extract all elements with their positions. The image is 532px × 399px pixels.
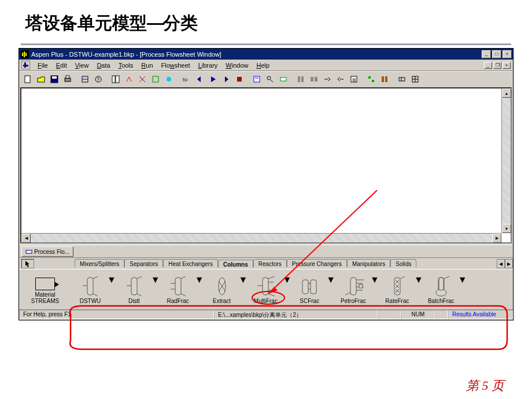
model-radfrac-icon: [161, 275, 195, 298]
new-button[interactable]: [21, 73, 34, 85]
palette-tab-pressure-changers[interactable]: Pressure Changers: [287, 259, 347, 267]
menu-tools[interactable]: Tools: [114, 61, 138, 70]
scroll-up-button[interactable]: ▲: [502, 88, 511, 98]
model-multifrac-dropdown[interactable]: ▼: [282, 275, 291, 285]
model-extract-dropdown[interactable]: ▼: [239, 275, 248, 285]
tool-18[interactable]: [264, 73, 276, 85]
model-scfrac[interactable]: SCFrac: [293, 275, 326, 304]
model-petrofrac-dropdown[interactable]: ▼: [370, 275, 379, 285]
pointer-tool[interactable]: [21, 259, 34, 268]
browser-button[interactable]: [109, 73, 122, 85]
tool-21[interactable]: [308, 73, 320, 85]
run-button[interactable]: [206, 73, 219, 85]
tool-26[interactable]: [378, 73, 391, 85]
flowsheet-canvas[interactable]: [20, 87, 512, 243]
palette-nav-left[interactable]: ◀: [497, 259, 505, 268]
menu-flowsheet[interactable]: Flowsheet: [157, 61, 194, 70]
status-empty: [378, 310, 401, 319]
tool-8[interactable]: [123, 73, 135, 85]
horizontal-scrollbar[interactable]: ◀ ▶: [21, 233, 501, 242]
menu-edit[interactable]: Edit: [52, 61, 71, 70]
close-button[interactable]: ×: [503, 50, 512, 58]
tool-27[interactable]: [396, 73, 408, 85]
menu-view[interactable]: View: [71, 61, 93, 70]
mdi-minimize-button[interactable]: _: [484, 62, 492, 69]
model-distl-dropdown[interactable]: ▼: [151, 275, 160, 285]
mdi-restore-button[interactable]: ❐: [493, 62, 501, 69]
minimize-button[interactable]: _: [482, 50, 491, 58]
palette-tab-manipulators[interactable]: Manipulators: [347, 259, 390, 267]
tool-11[interactable]: [162, 73, 175, 85]
menu-window[interactable]: Window: [221, 61, 252, 70]
model-dstwu-dropdown[interactable]: ▼: [107, 275, 116, 285]
svg-point-24: [267, 76, 271, 80]
svg-rect-42: [26, 250, 32, 253]
tool-19[interactable]: [277, 73, 290, 85]
svg-rect-8: [65, 78, 71, 82]
svg-rect-51: [175, 278, 181, 295]
stream-material[interactable]: Material STREAMS: [21, 275, 69, 304]
scroll-left-button[interactable]: ◀: [21, 234, 31, 243]
svg-rect-65: [302, 280, 308, 294]
palette-tab-reactors[interactable]: Reactors: [253, 259, 287, 267]
scroll-h-track[interactable]: [31, 234, 492, 242]
tool-25[interactable]: [365, 73, 378, 85]
tool-6[interactable]: ?: [92, 73, 105, 85]
svg-rect-15: [116, 76, 119, 83]
print-button[interactable]: [61, 73, 74, 85]
menu-help[interactable]: Help: [252, 61, 274, 70]
menu-run[interactable]: Run: [137, 61, 157, 70]
palette-tab-heat-exchangers[interactable]: Heat Exchangers: [163, 259, 218, 267]
model-multifrac[interactable]: MultiFrac: [249, 275, 282, 304]
menu-file[interactable]: File: [34, 61, 52, 70]
palette-tab-mixers-splitters[interactable]: Mixers/Splitters: [75, 259, 124, 267]
svg-rect-27: [298, 76, 300, 82]
model-ratefrac[interactable]: RateFrac: [380, 275, 414, 304]
menu-data[interactable]: Data: [93, 61, 114, 70]
model-ratefrac-icon: [380, 275, 414, 298]
model-batchfrac[interactable]: BatchFrac: [424, 275, 458, 304]
model-ratefrac-dropdown[interactable]: ▼: [414, 275, 423, 285]
model-dstwu[interactable]: DSTWU: [73, 275, 107, 304]
model-batchfrac-dropdown[interactable]: ▼: [458, 275, 467, 285]
palette-tab-separators[interactable]: Separators: [124, 259, 163, 267]
tool-22[interactable]: [321, 73, 334, 85]
svg-line-63: [268, 294, 275, 296]
model-distl[interactable]: Distl: [117, 275, 151, 304]
vertical-scrollbar[interactable]: ▲ ▼: [501, 88, 511, 233]
svg-rect-28: [301, 76, 304, 82]
scroll-down-button[interactable]: ▼: [502, 224, 511, 233]
tool-5[interactable]: [79, 73, 91, 85]
tool-10[interactable]: [149, 73, 162, 85]
tool-9[interactable]: [136, 73, 149, 85]
palette-tab-solids[interactable]: Solids: [390, 259, 416, 267]
tool-23[interactable]: [334, 73, 347, 85]
stop-button[interactable]: [233, 73, 246, 85]
model-scfrac-dropdown[interactable]: ▼: [326, 275, 335, 285]
model-extract[interactable]: Extract: [205, 275, 239, 304]
mdi-tab-process-flowsheet[interactable]: Process Flo...: [21, 246, 73, 257]
scroll-v-track[interactable]: [502, 98, 511, 224]
prev-page-button[interactable]: [193, 73, 206, 85]
menu-library[interactable]: Library: [194, 61, 222, 70]
scroll-right-button[interactable]: ▶: [492, 234, 501, 243]
model-petrofrac[interactable]: PetroFrac: [337, 275, 370, 304]
tool-17[interactable]: [250, 73, 263, 85]
model-radfrac[interactable]: RadFrac: [161, 275, 195, 304]
tool-28[interactable]: [409, 73, 422, 85]
status-path: E:\...xamples\bkp\分离单元（2）: [214, 310, 378, 319]
mdi-icon[interactable]: [21, 61, 30, 69]
maximize-button[interactable]: □: [492, 50, 501, 58]
palette-nav-right[interactable]: ▶: [505, 259, 513, 268]
mdi-close-button[interactable]: ×: [503, 62, 511, 69]
model-radfrac-dropdown[interactable]: ▼: [195, 275, 204, 285]
model-label: SCFrac: [293, 298, 326, 304]
tool-24[interactable]: ⊞: [348, 73, 360, 85]
next-page-button[interactable]: [220, 73, 232, 85]
open-button[interactable]: [35, 73, 47, 85]
next-button[interactable]: N›: [180, 73, 193, 85]
model-petrofrac-icon: [337, 275, 370, 298]
tool-20[interactable]: [294, 73, 307, 85]
palette-tab-columns[interactable]: Columns: [218, 260, 253, 268]
save-button[interactable]: [48, 73, 61, 85]
